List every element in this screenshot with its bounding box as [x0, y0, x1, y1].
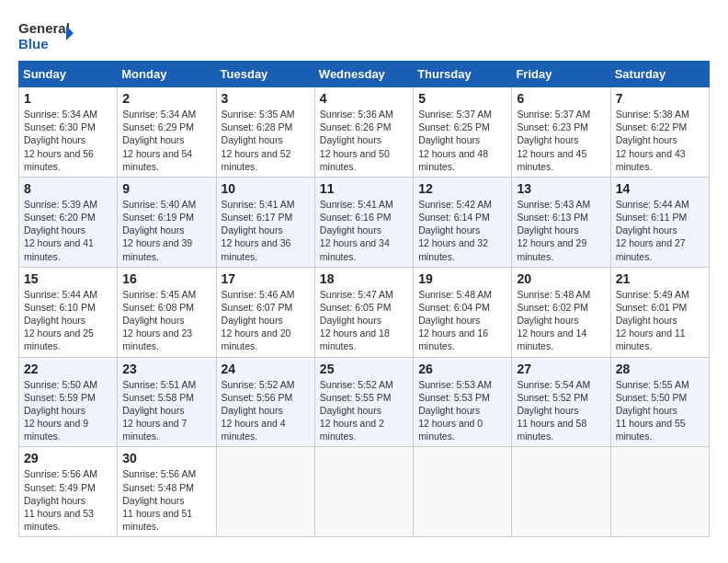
day-number: 12 — [418, 181, 506, 196]
day-number: 20 — [517, 271, 605, 286]
day-detail: Sunrise: 5:48 AMSunset: 6:02 PMDaylight … — [517, 288, 605, 353]
calendar-cell: 25Sunrise: 5:52 AMSunset: 5:55 PMDayligh… — [314, 357, 413, 447]
day-detail: Sunrise: 5:49 AMSunset: 6:01 PMDaylight … — [616, 288, 704, 353]
weekday-header-saturday: Saturday — [610, 62, 709, 87]
day-detail: Sunrise: 5:41 AMSunset: 6:16 PMDaylight … — [320, 198, 408, 263]
day-number: 30 — [122, 451, 210, 465]
day-detail: Sunrise: 5:39 AMSunset: 6:20 PMDaylight … — [24, 198, 112, 263]
calendar-cell: 26Sunrise: 5:53 AMSunset: 5:53 PMDayligh… — [414, 357, 512, 447]
day-detail: Sunrise: 5:50 AMSunset: 5:59 PMDaylight … — [24, 378, 112, 443]
svg-marker-2 — [66, 26, 74, 40]
day-number: 3 — [222, 91, 310, 106]
day-detail: Sunrise: 5:55 AMSunset: 5:50 PMDaylight … — [616, 378, 704, 443]
day-number: 14 — [616, 181, 704, 196]
svg-text:General: General — [18, 20, 70, 36]
day-number: 6 — [517, 91, 605, 106]
week-row-4: 22Sunrise: 5:50 AMSunset: 5:59 PMDayligh… — [19, 357, 710, 447]
day-detail: Sunrise: 5:56 AMSunset: 5:49 PMDaylight … — [24, 467, 112, 533]
day-detail: Sunrise: 5:44 AMSunset: 6:10 PMDaylight … — [24, 288, 112, 353]
day-number: 23 — [122, 362, 210, 376]
day-number: 27 — [517, 362, 605, 376]
day-number: 15 — [24, 271, 112, 286]
calendar-cell: 6Sunrise: 5:37 AMSunset: 6:23 PMDaylight… — [512, 87, 610, 178]
day-detail: Sunrise: 5:42 AMSunset: 6:14 PMDaylight … — [418, 198, 506, 263]
day-detail: Sunrise: 5:52 AMSunset: 5:55 PMDaylight … — [320, 378, 408, 443]
day-number: 28 — [616, 362, 704, 376]
calendar-cell: 24Sunrise: 5:52 AMSunset: 5:56 PMDayligh… — [216, 357, 314, 447]
calendar-cell — [314, 447, 413, 537]
calendar-cell: 27Sunrise: 5:54 AMSunset: 5:52 PMDayligh… — [512, 357, 610, 447]
day-detail: Sunrise: 5:44 AMSunset: 6:11 PMDaylight … — [616, 198, 704, 263]
calendar-cell: 3Sunrise: 5:35 AMSunset: 6:28 PMDaylight… — [216, 87, 314, 178]
day-number: 21 — [616, 271, 704, 286]
week-row-3: 15Sunrise: 5:44 AMSunset: 6:10 PMDayligh… — [19, 267, 710, 357]
day-number: 2 — [122, 91, 210, 106]
day-detail: Sunrise: 5:34 AMSunset: 6:29 PMDaylight … — [122, 108, 210, 173]
calendar-cell: 22Sunrise: 5:50 AMSunset: 5:59 PMDayligh… — [19, 357, 118, 447]
calendar-cell: 18Sunrise: 5:47 AMSunset: 6:05 PMDayligh… — [314, 267, 413, 357]
day-number: 11 — [320, 181, 408, 196]
weekday-header-friday: Friday — [512, 62, 610, 87]
calendar-cell: 28Sunrise: 5:55 AMSunset: 5:50 PMDayligh… — [610, 357, 709, 447]
calendar-cell: 5Sunrise: 5:37 AMSunset: 6:25 PMDaylight… — [414, 87, 512, 178]
calendar-cell: 2Sunrise: 5:34 AMSunset: 6:29 PMDaylight… — [118, 87, 216, 178]
calendar-cell — [216, 447, 314, 537]
week-row-5: 29Sunrise: 5:56 AMSunset: 5:49 PMDayligh… — [19, 447, 710, 537]
calendar-cell: 14Sunrise: 5:44 AMSunset: 6:11 PMDayligh… — [610, 177, 709, 267]
calendar-cell: 30Sunrise: 5:56 AMSunset: 5:48 PMDayligh… — [118, 447, 216, 537]
day-number: 18 — [320, 271, 408, 286]
calendar-cell: 4Sunrise: 5:36 AMSunset: 6:26 PMDaylight… — [314, 87, 413, 178]
day-number: 7 — [616, 91, 704, 106]
calendar-cell: 9Sunrise: 5:40 AMSunset: 6:19 PMDaylight… — [118, 177, 216, 267]
calendar-cell: 20Sunrise: 5:48 AMSunset: 6:02 PMDayligh… — [512, 267, 610, 357]
day-number: 16 — [122, 271, 210, 286]
day-detail: Sunrise: 5:35 AMSunset: 6:28 PMDaylight … — [222, 108, 310, 173]
day-detail: Sunrise: 5:46 AMSunset: 6:07 PMDaylight … — [222, 288, 310, 353]
day-detail: Sunrise: 5:38 AMSunset: 6:22 PMDaylight … — [616, 108, 704, 173]
day-detail: Sunrise: 5:54 AMSunset: 5:52 PMDaylight … — [517, 378, 605, 443]
calendar-cell: 15Sunrise: 5:44 AMSunset: 6:10 PMDayligh… — [19, 267, 118, 357]
day-detail: Sunrise: 5:53 AMSunset: 5:53 PMDaylight … — [418, 378, 506, 443]
calendar-cell: 23Sunrise: 5:51 AMSunset: 5:58 PMDayligh… — [118, 357, 216, 447]
calendar-cell: 7Sunrise: 5:38 AMSunset: 6:22 PMDaylight… — [610, 87, 709, 178]
calendar-cell: 16Sunrise: 5:45 AMSunset: 6:08 PMDayligh… — [118, 267, 216, 357]
weekday-header-wednesday: Wednesday — [314, 62, 413, 87]
svg-text:Blue: Blue — [18, 36, 49, 52]
day-number: 5 — [418, 91, 506, 106]
weekday-header-thursday: Thursday — [414, 62, 512, 87]
weekday-header-tuesday: Tuesday — [216, 62, 314, 87]
day-detail: Sunrise: 5:34 AMSunset: 6:30 PMDaylight … — [24, 108, 112, 173]
logo-svg: General Blue — [18, 18, 74, 52]
day-detail: Sunrise: 5:40 AMSunset: 6:19 PMDaylight … — [122, 198, 210, 263]
calendar-cell: 10Sunrise: 5:41 AMSunset: 6:17 PMDayligh… — [216, 177, 314, 267]
calendar-cell: 17Sunrise: 5:46 AMSunset: 6:07 PMDayligh… — [216, 267, 314, 357]
calendar-cell: 8Sunrise: 5:39 AMSunset: 6:20 PMDaylight… — [19, 177, 118, 267]
day-detail: Sunrise: 5:52 AMSunset: 5:56 PMDaylight … — [222, 378, 310, 443]
day-number: 13 — [517, 181, 605, 196]
day-detail: Sunrise: 5:45 AMSunset: 6:08 PMDaylight … — [122, 288, 210, 353]
day-detail: Sunrise: 5:41 AMSunset: 6:17 PMDaylight … — [222, 198, 310, 263]
day-number: 4 — [320, 91, 408, 106]
day-number: 22 — [24, 362, 112, 376]
weekday-header-row: SundayMondayTuesdayWednesdayThursdayFrid… — [19, 62, 710, 87]
calendar-table: SundayMondayTuesdayWednesdayThursdayFrid… — [18, 61, 710, 537]
week-row-2: 8Sunrise: 5:39 AMSunset: 6:20 PMDaylight… — [19, 177, 710, 267]
day-number: 26 — [418, 362, 506, 376]
day-number: 24 — [222, 362, 310, 376]
day-detail: Sunrise: 5:37 AMSunset: 6:25 PMDaylight … — [418, 108, 506, 173]
day-number: 17 — [222, 271, 310, 286]
day-detail: Sunrise: 5:51 AMSunset: 5:58 PMDaylight … — [122, 378, 210, 443]
calendar-cell: 19Sunrise: 5:48 AMSunset: 6:04 PMDayligh… — [414, 267, 512, 357]
weekday-header-monday: Monday — [118, 62, 216, 87]
page-header: General Blue — [18, 18, 710, 52]
calendar-cell: 11Sunrise: 5:41 AMSunset: 6:16 PMDayligh… — [314, 177, 413, 267]
day-number: 25 — [320, 362, 408, 376]
calendar-cell: 13Sunrise: 5:43 AMSunset: 6:13 PMDayligh… — [512, 177, 610, 267]
calendar-cell: 29Sunrise: 5:56 AMSunset: 5:49 PMDayligh… — [19, 447, 118, 537]
day-detail: Sunrise: 5:47 AMSunset: 6:05 PMDaylight … — [320, 288, 408, 353]
day-number: 19 — [418, 271, 506, 286]
day-detail: Sunrise: 5:37 AMSunset: 6:23 PMDaylight … — [517, 108, 605, 173]
calendar-cell: 1Sunrise: 5:34 AMSunset: 6:30 PMDaylight… — [19, 87, 118, 178]
day-detail: Sunrise: 5:56 AMSunset: 5:48 PMDaylight … — [122, 467, 210, 533]
weekday-header-sunday: Sunday — [19, 62, 118, 87]
